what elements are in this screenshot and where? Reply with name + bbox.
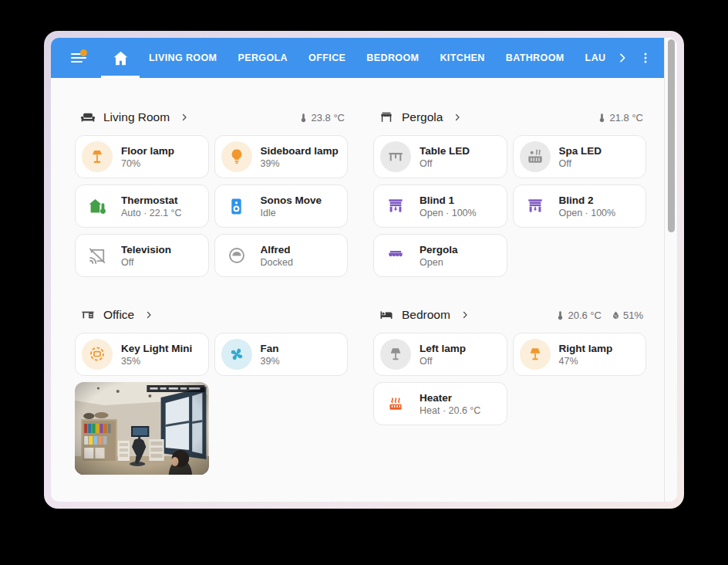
tile-fan[interactable]: Fan39% [214, 333, 349, 376]
section-header-office[interactable]: Office [75, 305, 348, 325]
entity-status: Off [559, 157, 602, 170]
app-window-frame: LIVING ROOM PERGOLA OFFICE BEDROOM KITCH… [44, 31, 684, 509]
tile-sideboard-lamp[interactable]: Sideboard lamp39% [214, 135, 349, 178]
tile-spa-led[interactable]: Spa LEDOff [513, 135, 647, 178]
tab-laundry-truncated[interactable]: LAU [585, 52, 606, 63]
scrollbar-thumb[interactable] [668, 39, 675, 232]
entity-name: Blind 1 [420, 194, 477, 207]
entity-name: Table LED [420, 144, 470, 157]
entity-name: Fan [261, 342, 280, 355]
tv-off-icon[interactable] [82, 240, 113, 271]
section-header-pergola[interactable]: Pergola 21.8 °C [373, 107, 646, 127]
scrollbar-track [664, 38, 677, 502]
tile-blind-2[interactable]: Blind 2Open · 100% [513, 184, 647, 228]
dashboard-content: Living Room 23.8 °C [51, 78, 665, 502]
entity-name: Pergola [420, 243, 458, 256]
thermometer-icon [555, 310, 565, 320]
humidity-icon [611, 310, 621, 320]
tile-thermostat[interactable]: ThermostatAuto · 22.1 °C [75, 184, 209, 228]
hot-tub-icon[interactable] [520, 141, 551, 172]
awning-icon [379, 110, 394, 125]
app-header: LIVING ROOM PERGOLA OFFICE BEDROOM KITCH… [51, 38, 665, 78]
awning-icon[interactable] [380, 240, 411, 271]
entity-status: Idle [261, 207, 322, 219]
entity-status: Auto · 22.1 °C [121, 207, 182, 219]
sofa-icon [80, 110, 96, 125]
chevron-right-icon [144, 310, 153, 320]
tab-office[interactable]: OFFICE [308, 52, 345, 63]
entity-name: Sonos Move [261, 194, 322, 207]
entity-name: Blind 2 [559, 194, 616, 207]
tab-bedroom[interactable]: BEDROOM [366, 52, 419, 63]
floor-lamp-icon[interactable] [82, 141, 113, 172]
tile-key-light-mini[interactable]: Key Light Mini35% [75, 333, 209, 376]
entity-name: Floor lamp [121, 144, 174, 157]
camera-snapshot-image [75, 382, 209, 475]
chevron-right-icon [180, 113, 189, 122]
temperature-reading: 23.8 °C [298, 112, 345, 123]
entity-status: 35% [121, 355, 192, 367]
tab-bathroom[interactable]: BATHROOM [506, 52, 565, 63]
section-office: Office Key Light Mini35% [75, 305, 348, 475]
temperature-reading: 20.6 °C [555, 310, 602, 321]
chevron-right-icon [460, 310, 470, 320]
tile-heater[interactable]: HeaterHeat · 20.6 °C [373, 382, 507, 425]
tile-left-lamp[interactable]: Left lampOff [373, 333, 507, 376]
tab-kitchen[interactable]: KITCHEN [440, 52, 484, 63]
robot-vacuum-icon[interactable] [221, 240, 252, 271]
tile-blind-1[interactable]: Blind 1Open · 100% [373, 184, 507, 228]
entity-name: Alfred [261, 243, 293, 256]
entity-status: Docked [261, 256, 293, 269]
entity-status: Heat · 20.6 °C [420, 404, 480, 417]
tile-alfred-vacuum[interactable]: AlfredDocked [214, 234, 349, 277]
table-furniture-icon[interactable] [380, 141, 411, 172]
tile-table-led[interactable]: Table LEDOff [373, 135, 507, 178]
tab-home-active[interactable] [101, 38, 140, 78]
office-camera-feed[interactable] [75, 382, 209, 475]
led-panel-icon[interactable] [82, 339, 113, 370]
radiator-icon[interactable] [380, 388, 411, 419]
entity-name: Left lamp [420, 342, 466, 355]
entity-name: Heater [420, 391, 480, 404]
tab-pergola[interactable]: PERGOLA [238, 52, 288, 63]
entity-status: Open · 100% [420, 207, 477, 219]
bedside-lamp-icon[interactable] [520, 339, 551, 370]
notification-badge [80, 49, 87, 56]
tabs-scroll-right-icon[interactable] [616, 52, 629, 64]
home-thermometer-icon[interactable] [82, 191, 113, 222]
tile-floor-lamp[interactable]: Floor lamp70% [75, 135, 209, 178]
section-pergola: Pergola 21.8 °C [373, 107, 646, 277]
tab-living-room[interactable]: LIVING ROOM [149, 52, 217, 63]
section-header-bedroom[interactable]: Bedroom 20.6 °C [373, 305, 646, 325]
entity-status: 70% [121, 157, 174, 170]
temperature-reading: 21.8 °C [597, 112, 643, 123]
entity-name: Spa LED [559, 144, 602, 157]
sidebar-menu-icon[interactable] [71, 49, 88, 66]
section-title: Living Room [103, 110, 170, 124]
home-icon [112, 49, 130, 67]
lightbulb-icon[interactable] [221, 141, 252, 172]
section-header-living-room[interactable]: Living Room 23.8 °C [75, 107, 348, 127]
bed-icon [379, 307, 394, 323]
tile-right-lamp[interactable]: Right lamp47% [513, 333, 647, 376]
tile-pergola-cover[interactable]: PergolaOpen [373, 234, 507, 277]
tile-sonos-move[interactable]: Sonos MoveIdle [214, 184, 349, 228]
entity-status: Off [420, 157, 470, 170]
section-living-room: Living Room 23.8 °C [75, 107, 348, 277]
fan-icon[interactable] [221, 339, 252, 370]
desk-icon [80, 307, 96, 323]
thermometer-icon [298, 113, 308, 123]
tile-television[interactable]: TelevisionOff [75, 234, 209, 277]
blinds-icon[interactable] [520, 191, 551, 222]
entity-status: 39% [261, 355, 280, 367]
entity-status: 39% [261, 157, 339, 170]
speaker-icon[interactable] [221, 191, 252, 222]
overflow-menu-icon[interactable] [632, 45, 659, 71]
entity-status: Open · 100% [559, 207, 616, 219]
chevron-right-icon [453, 113, 462, 122]
section-bedroom: Bedroom 20.6 °C [373, 305, 646, 475]
entity-name: Right lamp [559, 342, 613, 355]
blinds-icon[interactable] [380, 191, 411, 222]
entity-name: Sideboard lamp [261, 144, 339, 157]
bedside-lamp-icon[interactable] [380, 339, 411, 370]
